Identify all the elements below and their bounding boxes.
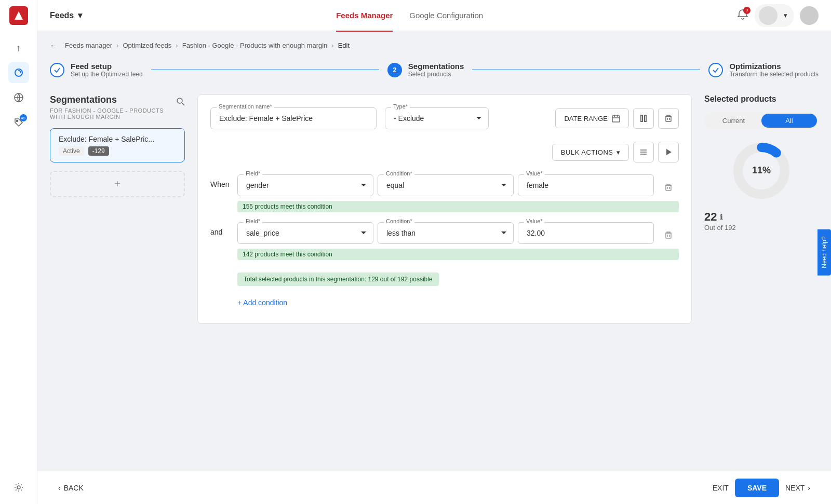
step-2-title: Segmentations <box>408 62 464 71</box>
user-dropdown-chevron: ▾ <box>784 11 787 19</box>
seg-editor-header: Segmentation name* Type* - Exclude - Inc… <box>210 107 679 129</box>
breadcrumb-current: Edit <box>338 42 350 49</box>
date-range-label: DATE RANGE <box>564 115 608 122</box>
sidebar-icon-sync[interactable] <box>8 62 29 83</box>
field-select-1[interactable]: sale_price gender category <box>237 222 373 244</box>
svg-point-5 <box>177 98 182 103</box>
condition-select-0[interactable]: equal not equal contains less than great… <box>378 174 514 196</box>
condition-select-1[interactable]: less than equal not equal greater than <box>378 222 514 244</box>
seg-item-meta-0: Active -129 <box>59 146 176 156</box>
user-profile-pic[interactable] <box>800 6 819 25</box>
date-range-button[interactable]: DATE RANGE <box>555 108 629 128</box>
list-view-button[interactable] <box>633 142 654 162</box>
user-dropdown[interactable]: ▾ <box>755 4 794 27</box>
next-button[interactable]: NEXT › <box>785 484 810 492</box>
selected-title: Selected products <box>704 94 819 104</box>
breadcrumb-back-btn[interactable]: ← <box>50 42 57 49</box>
topbar-nav: Feeds Manager Google Configuration <box>99 9 720 22</box>
breadcrumb-sep-1: › <box>116 42 118 49</box>
back-label: BACK <box>64 484 84 492</box>
sidebar-icon-globe[interactable] <box>8 87 29 108</box>
next-arrow: › <box>808 484 810 492</box>
pause-button[interactable] <box>633 108 654 129</box>
step-line-1 <box>151 70 379 70</box>
notification-button[interactable]: 3 <box>737 9 748 22</box>
topbar-right: 3 ▾ <box>737 4 819 27</box>
svg-point-4 <box>17 486 20 489</box>
seg-type-select[interactable]: - Exclude - Include <box>385 107 489 129</box>
total-badge: Total selected products in this segmenta… <box>237 273 439 286</box>
notif-badge: 3 <box>743 7 750 14</box>
breadcrumb-sep-3: › <box>331 42 333 49</box>
delete-segmentation-button[interactable] <box>658 108 679 129</box>
seg-name-input[interactable] <box>210 107 377 129</box>
toggle-all-button[interactable]: All <box>761 114 817 128</box>
tag-badge: 49 <box>20 114 27 121</box>
back-button[interactable]: ‹ BACK <box>58 484 84 492</box>
bulk-actions-row: BULK ACTIONS ▾ <box>210 142 679 162</box>
main-layout: Segmentations FOR FASHION - GOOGLE - PRO… <box>50 94 819 324</box>
condition-row-1: and Field* sale_price gender category <box>210 221 679 260</box>
bottom-bar: ‹ BACK EXIT SAVE NEXT › <box>37 471 831 504</box>
delete-condition-0[interactable] <box>658 177 679 198</box>
toggle-buttons: Current All <box>704 112 819 129</box>
condition-wrap-1: Condition* less than equal not equal gre… <box>378 222 514 244</box>
step-3-subtitle: Transform the selected products <box>729 71 819 78</box>
save-button[interactable]: SAVE <box>735 479 779 497</box>
toggle-current-button[interactable]: Current <box>706 114 761 128</box>
product-count: 22 ℹ <box>704 210 819 224</box>
editor-panel: Segmentation name* Type* - Exclude - Inc… <box>197 94 692 324</box>
step-1-title: Feed setup <box>71 62 143 71</box>
step-3-title: Optimizations <box>729 62 819 71</box>
exit-button[interactable]: EXIT <box>713 484 729 492</box>
seg-name-label: Segmentation name* <box>217 103 274 110</box>
sidebar-icon-upload[interactable]: ↑ <box>8 37 29 58</box>
product-count-info-icon[interactable]: ℹ <box>720 213 722 221</box>
svg-marker-19 <box>666 149 672 155</box>
field-select-0[interactable]: gender sale_price category <box>237 174 373 196</box>
svg-marker-0 <box>15 11 23 20</box>
steps-container: Feed setup Set up the Optimized feed 2 S… <box>50 62 819 78</box>
app-logo[interactable] <box>9 6 28 25</box>
right-actions: EXIT SAVE NEXT › <box>713 479 810 497</box>
breadcrumb-sep-2: › <box>176 42 178 49</box>
app-name[interactable]: Feeds ▾ <box>50 10 82 20</box>
field-label-0: Field* <box>244 170 262 176</box>
sidebar-icon-tag[interactable]: 49 <box>8 112 29 133</box>
bulk-actions-button[interactable]: BULK ACTIONS ▾ <box>552 144 629 161</box>
condition-label-1: Condition* <box>384 218 414 224</box>
condition-connector-1: and <box>210 221 231 236</box>
add-segmentation-button[interactable]: + <box>50 171 185 197</box>
nav-google-config[interactable]: Google Configuration <box>409 9 483 22</box>
seg-search-icon[interactable] <box>176 97 185 108</box>
delete-condition-1[interactable] <box>658 225 679 246</box>
next-label: NEXT <box>785 484 805 492</box>
app-name-chevron[interactable]: ▾ <box>78 10 82 20</box>
need-help-button[interactable]: Need help? <box>817 229 831 275</box>
step-feed-setup: Feed setup Set up the Optimized feed <box>50 62 143 78</box>
value-input-1[interactable] <box>518 222 654 244</box>
seg-type-field: Type* - Exclude - Include <box>385 107 489 129</box>
svg-rect-23 <box>666 233 671 238</box>
breadcrumb-optimized-feeds[interactable]: Optimized feeds <box>123 42 171 49</box>
play-button[interactable] <box>658 142 679 162</box>
add-condition-button[interactable]: + Add condition <box>237 294 287 311</box>
topbar: Feeds ▾ Feeds Manager Google Configurati… <box>37 0 831 31</box>
nav-feeds-manager[interactable]: Feeds Manager <box>336 9 393 22</box>
breadcrumb-feed-name[interactable]: Fashion - Google - Products with enough … <box>182 42 328 49</box>
need-help-panel[interactable]: Need help? <box>817 229 831 275</box>
step-3-info: Optimizations Transform the selected pro… <box>729 62 819 78</box>
condition-wrap-0: Condition* equal not equal contains less… <box>378 174 514 196</box>
breadcrumb-feeds-manager[interactable]: Feeds manager <box>65 42 112 49</box>
seg-list-item-0[interactable]: Exclude: Female + SalePric... Active -12… <box>50 128 185 162</box>
step-2-info: Segmentations Select products <box>408 62 464 78</box>
seg-panel-title: Segmentations <box>50 94 176 105</box>
step-line-2 <box>472 70 700 70</box>
sidebar-icon-settings[interactable] <box>8 477 29 498</box>
segmentations-panel: Segmentations FOR FASHION - GOOGLE - PRO… <box>50 94 185 324</box>
value-input-0[interactable] <box>518 174 654 196</box>
step-2-icon: 2 <box>387 63 402 77</box>
svg-rect-12 <box>645 115 646 121</box>
field-label-1: Field* <box>244 218 262 224</box>
step-1-subtitle: Set up the Optimized feed <box>71 71 143 78</box>
